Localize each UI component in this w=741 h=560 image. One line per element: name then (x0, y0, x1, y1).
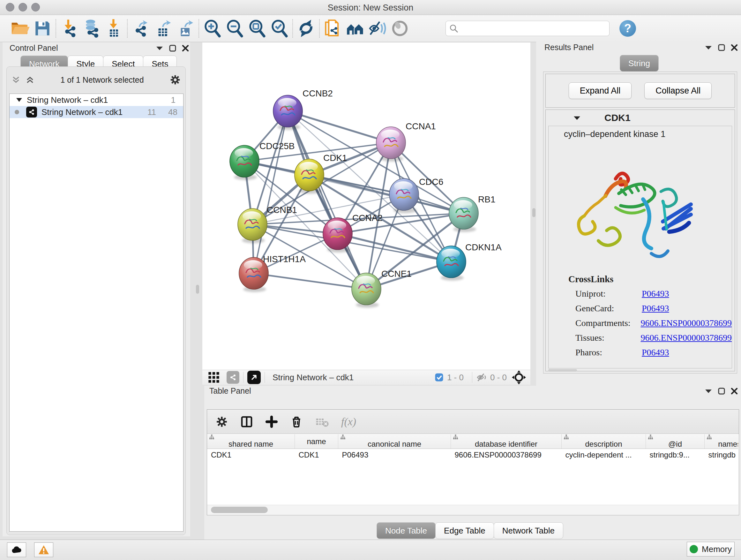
table-hscrollbar-thumb[interactable] (211, 507, 268, 513)
expand-all-icon[interactable] (25, 75, 35, 84)
tab-edge-table[interactable]: Edge Table (435, 522, 494, 539)
crosslink-link[interactable]: P06493 (642, 303, 669, 314)
show-columns-icon[interactable] (240, 415, 253, 428)
network-canvas[interactable]: CCNB2CCNA1CDC25BCDK1CDC6RB1CCNB1CCNA2CDK… (202, 43, 530, 370)
network-tree-row-selected[interactable]: String Network – cdk1 11 48 (10, 106, 183, 118)
tab-string[interactable]: String (620, 55, 659, 71)
node-label-CDK1: CDK1 (323, 153, 347, 163)
column-header-canonical-name[interactable]: canonical name (338, 434, 451, 449)
collapse-all-icon[interactable] (11, 75, 21, 84)
zoom-in-icon[interactable] (201, 18, 223, 39)
export-image-icon[interactable] (174, 18, 197, 39)
add-column-icon[interactable] (265, 415, 278, 428)
panel-menu-icon[interactable] (156, 46, 163, 51)
show-all-windows-icon[interactable] (344, 18, 366, 39)
tree-collapse-icon[interactable] (16, 98, 22, 103)
cloud-button[interactable] (7, 543, 26, 557)
network-edge-CCNB2-CCNA1[interactable] (288, 111, 391, 143)
edge-count: 48 (168, 107, 178, 117)
panel-menu-icon[interactable] (704, 388, 712, 394)
grid-view-icon[interactable] (207, 371, 220, 384)
network-node-CDKN1A[interactable]: CDKN1A (436, 242, 502, 281)
panel-close-icon[interactable] (182, 45, 189, 52)
network-tree-root-row[interactable]: String Network – cdk1 1 (10, 94, 183, 106)
column-header-namespac[interactable]: namespac (704, 434, 738, 449)
hidden-elements-icon[interactable] (476, 372, 487, 383)
tab-network-table[interactable]: Network Table (494, 522, 563, 539)
right-splitter-handle[interactable] (532, 208, 536, 217)
warnings-button[interactable] (34, 543, 53, 557)
delete-column-icon[interactable] (290, 415, 303, 428)
crosslink-row: Pharos:P06493 (576, 345, 732, 360)
panel-menu-icon[interactable] (704, 45, 712, 50)
hide-panels-icon[interactable] (366, 18, 389, 39)
network-edge-HIST1H1A-CCNE1[interactable] (254, 273, 366, 289)
table-hscrollbar[interactable] (207, 505, 738, 515)
column-header-shared-name[interactable]: shared name (207, 434, 295, 449)
fit-selected-crosshair-icon[interactable] (512, 370, 526, 384)
network-node-HIST1H1A[interactable]: HIST1H1A (239, 254, 306, 292)
panel-float-icon[interactable] (718, 44, 725, 51)
selected-checkbox-icon[interactable] (434, 373, 444, 382)
warning-icon (38, 545, 49, 555)
main-toolbar: ? (0, 15, 741, 42)
birdseye-view-icon[interactable] (247, 371, 261, 384)
crosslink-label: GeneCard: (576, 303, 642, 314)
zoom-selected-icon[interactable] (268, 18, 290, 39)
results-hscrollbar-thumb[interactable] (548, 369, 577, 372)
network-node-RB1[interactable]: RB1 (449, 194, 495, 232)
left-splitter-handle[interactable] (196, 285, 199, 294)
export-table-icon[interactable] (152, 18, 174, 39)
panel-close-icon[interactable] (731, 388, 738, 395)
panel-float-icon[interactable] (169, 45, 176, 52)
panel-float-icon[interactable] (718, 388, 725, 395)
panel-close-icon[interactable] (731, 44, 738, 51)
clone-network-icon[interactable] (322, 18, 344, 39)
import-network-database-icon[interactable] (80, 18, 103, 39)
help-icon[interactable]: ? (616, 18, 639, 39)
network-options-gear-icon[interactable] (170, 74, 181, 85)
crosslink-link[interactable]: P06493 (642, 289, 669, 299)
zoom-fit-icon[interactable] (246, 18, 268, 39)
zoom-out-icon[interactable] (223, 18, 246, 39)
network-node-CCNB2[interactable]: CCNB2 (273, 88, 333, 130)
tab-node-table[interactable]: Node Table (377, 522, 435, 539)
window-title: Session: New Session (0, 3, 741, 13)
separator (265, 372, 265, 383)
network-share-view-icon[interactable] (226, 371, 239, 384)
column-header-database-identifier[interactable]: database identifier (451, 434, 562, 449)
table-row[interactable]: CDK1CDK1P064939606.ENSP00000378699cyclin… (207, 449, 738, 461)
string-results-container: Expand All Collapse All CDK1 cyclin–depe… (543, 71, 737, 374)
node-label-CCNA2: CCNA2 (352, 213, 383, 223)
network-node-CCNE1[interactable]: CCNE1 (352, 269, 412, 308)
network-selection-status: 1 of 1 Network selected (35, 75, 170, 84)
search-input[interactable] (461, 23, 606, 33)
import-network-file-icon[interactable] (58, 18, 80, 39)
network-edge-CCNB2-HIST1H1A[interactable] (254, 111, 288, 273)
crosslink-link[interactable]: 9606.ENSP00000378699 (641, 318, 732, 328)
crosslink-link[interactable]: P06493 (642, 348, 669, 358)
column-header-name[interactable]: name (295, 434, 338, 449)
memory-button[interactable]: Memory (687, 542, 735, 557)
crosslink-label: Uniprot: (576, 289, 642, 299)
network-node-CCNA1[interactable]: CCNA1 (376, 121, 436, 162)
export-network-icon[interactable] (130, 18, 152, 39)
expand-all-button[interactable]: Expand All (569, 82, 632, 99)
column-header--id[interactable]: @id (646, 434, 704, 449)
column-header-description[interactable]: description (562, 434, 646, 449)
table-settings-gear-icon[interactable] (215, 415, 228, 428)
collapse-all-button[interactable]: Collapse All (644, 82, 712, 99)
crosslink-link[interactable]: 9606.ENSP00000378699 (641, 333, 732, 343)
open-session-icon[interactable] (9, 18, 31, 39)
import-table-file-icon[interactable] (103, 18, 125, 39)
save-session-icon[interactable] (31, 18, 54, 39)
section-collapse-icon[interactable] (573, 115, 581, 121)
search-field[interactable] (446, 21, 610, 36)
network-node-CDC25B[interactable]: CDC25B (230, 141, 294, 180)
table-tabs: Node TableEdge TableNetwork Table (377, 522, 563, 539)
network-node-CDC6[interactable]: CDC6 (389, 177, 443, 213)
level-of-detail-icon[interactable] (389, 18, 411, 39)
protein-section-header[interactable]: CDK1 (546, 110, 735, 126)
results-buttons-row: Expand All Collapse All (545, 74, 735, 108)
refresh-icon[interactable] (295, 18, 317, 39)
